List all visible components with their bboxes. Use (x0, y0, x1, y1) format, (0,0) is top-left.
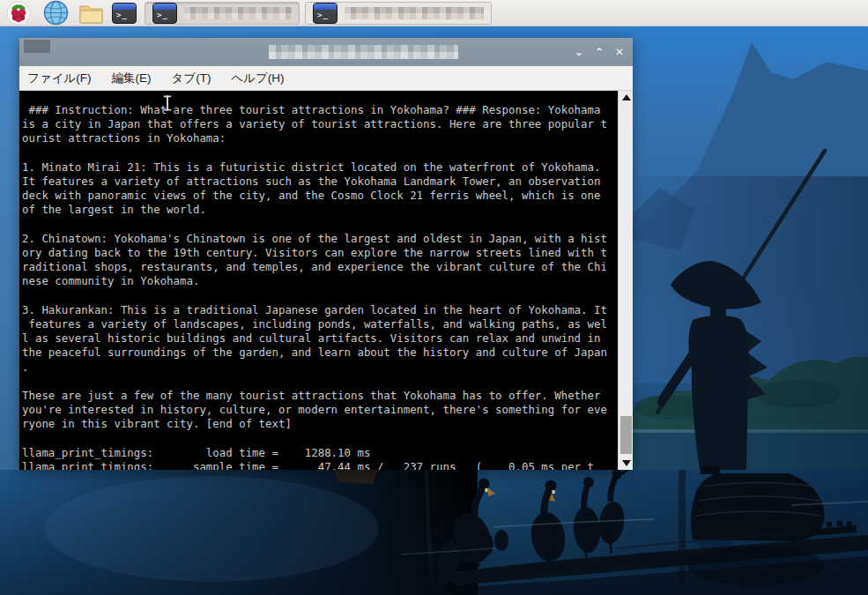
menu-help[interactable]: ヘルプ(H) (231, 71, 284, 86)
maximize-button[interactable]: ⌃ (593, 47, 605, 57)
terminal-icon (112, 3, 137, 24)
lantern-blur (332, 468, 379, 484)
scroll-up-button[interactable] (619, 91, 633, 104)
taskbar (0, 0, 868, 26)
terminal-icon (313, 3, 338, 24)
window-controls: ⌄ ⌃ ✕ (573, 38, 626, 66)
terminal-output[interactable]: ### Instruction: What are three tourist … (19, 91, 633, 470)
taskbar-window-button-terminal-2[interactable] (305, 2, 492, 25)
terminal-text: ### Instruction: What are three tourist … (22, 103, 618, 470)
window-titlebar[interactable]: ⌄ ⌃ ✕ (19, 38, 633, 66)
censored-window-title (184, 7, 292, 19)
web-browser-icon[interactable] (42, 0, 69, 26)
censored-window-title (269, 45, 458, 59)
menu-tabs[interactable]: タブ(T) (172, 71, 211, 86)
taskbar-window-button-terminal-1[interactable] (145, 2, 300, 25)
raspberry-menu-icon[interactable] (5, 0, 32, 26)
terminal-launcher-icon[interactable] (111, 0, 137, 26)
menu-file[interactable]: ファイル(F) (27, 71, 92, 86)
file-manager-icon[interactable] (78, 0, 104, 26)
scrollbar[interactable] (618, 91, 633, 470)
menu-edit[interactable]: 編集(E) (112, 71, 152, 86)
close-button[interactable]: ✕ (613, 47, 626, 57)
terminal-icon (152, 3, 177, 24)
window-icon (24, 40, 50, 53)
scrollbar-thumb[interactable] (620, 416, 632, 454)
terminal-window: ⌄ ⌃ ✕ ファイル(F) 編集(E) タブ(T) ヘルプ(H) ### Ins… (19, 38, 633, 470)
minimize-button[interactable]: ⌄ (573, 47, 585, 57)
desktop: ⌄ ⌃ ✕ ファイル(F) 編集(E) タブ(T) ヘルプ(H) ### Ins… (0, 0, 868, 595)
menubar: ファイル(F) 編集(E) タブ(T) ヘルプ(H) (19, 66, 633, 91)
censored-window-title (345, 7, 484, 19)
scroll-down-button[interactable] (619, 457, 633, 470)
